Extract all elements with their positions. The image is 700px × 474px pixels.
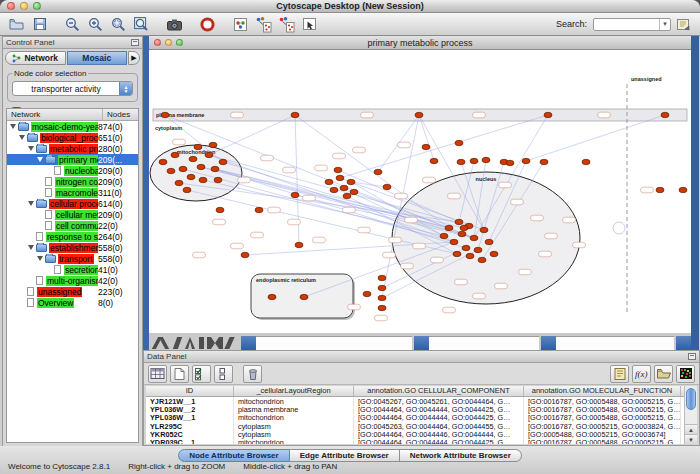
network-node[interactable] (378, 295, 386, 300)
network-node[interactable] (187, 174, 195, 179)
expand-triangle-icon[interactable] (37, 256, 43, 261)
tree-item[interactable]: multi-organism pro42(0) (7, 275, 138, 286)
network-node[interactable] (159, 159, 167, 164)
network-node[interactable] (453, 251, 461, 256)
tree-item[interactable]: response to stimulu264(0) (7, 231, 138, 242)
tree-item[interactable]: transport558(0) (7, 253, 138, 264)
network-node[interactable] (661, 112, 669, 117)
network-node[interactable] (209, 142, 217, 147)
snapshot-icon[interactable] (164, 15, 185, 34)
network-node[interactable] (291, 112, 299, 117)
search-input[interactable]: ▼ (593, 18, 671, 31)
network-node[interactable] (183, 187, 191, 192)
network-node[interactable] (161, 112, 169, 117)
tab-network[interactable]: Network (5, 51, 66, 65)
network-node[interactable] (334, 167, 342, 172)
table-column-header[interactable]: _cellularLayoutRegion (234, 386, 354, 396)
expand-triangle-icon[interactable] (28, 146, 34, 151)
background-window-edge[interactable] (241, 336, 256, 350)
tree-item[interactable]: establishment of lo558(0) (7, 242, 138, 253)
background-window-edge[interactable] (676, 336, 691, 350)
tree-item[interactable]: mosaic-demo-yeast874(0) (7, 121, 138, 132)
network-canvas[interactable]: plasma membranecytoplasmmitochondrionnuc… (149, 50, 691, 333)
zoom-region-icon[interactable] (108, 15, 129, 34)
export-network-icon[interactable] (276, 15, 297, 34)
network-node[interactable] (506, 160, 514, 165)
float-data-panel-icon[interactable] (688, 353, 696, 360)
network-node[interactable] (214, 177, 222, 182)
network-node[interactable] (211, 166, 219, 171)
network-node[interactable] (205, 152, 213, 157)
float-panel-icon[interactable] (131, 39, 139, 46)
network-node[interactable] (255, 207, 263, 212)
network-node[interactable] (179, 166, 187, 171)
network-node[interactable] (216, 207, 224, 212)
network-node[interactable] (485, 239, 493, 244)
network-node[interactable] (295, 242, 303, 247)
zoom-in-icon[interactable] (85, 15, 106, 34)
tree-item[interactable]: unassigned223(0) (7, 286, 138, 297)
network-node[interactable] (336, 175, 344, 180)
scroll-up-icon[interactable]: ▲ (685, 424, 697, 434)
scroll-down-icon[interactable]: ▼ (685, 434, 697, 444)
new-attribute-icon[interactable] (170, 365, 189, 383)
save-icon[interactable] (29, 15, 50, 34)
tree-item[interactable]: cell communicat22(0) (7, 220, 138, 231)
network-node[interactable] (460, 225, 468, 230)
network-node[interactable] (540, 159, 548, 164)
network-node[interactable] (383, 184, 391, 189)
network-node[interactable] (199, 177, 207, 182)
network-node[interactable] (470, 235, 478, 240)
table-column-header[interactable]: ID (146, 386, 234, 396)
network-node[interactable] (522, 158, 530, 163)
tree-item[interactable]: primary metabo209(... (7, 154, 138, 165)
tree-item[interactable]: Overview8(0) (7, 297, 138, 308)
tree-item[interactable]: macromolecule311(0) (7, 187, 138, 198)
network-node[interactable] (347, 179, 355, 184)
tree-item[interactable]: secretion41(0) (7, 264, 138, 275)
network-node[interactable] (378, 305, 386, 310)
tree-item[interactable]: biological_process651(0) (7, 132, 138, 143)
tab-mosaic[interactable]: Mosaic (67, 51, 128, 65)
network-node[interactable] (450, 239, 458, 244)
network-view-titlebar[interactable]: primary metabolic process (149, 36, 691, 50)
network-node[interactable] (457, 159, 465, 164)
network-node[interactable] (430, 158, 438, 163)
network-node[interactable] (679, 187, 687, 192)
background-window-edge[interactable] (541, 336, 556, 350)
node-color-dropdown[interactable]: transporter activity ▲▼ (12, 81, 133, 96)
table-column-header[interactable]: annotation.GO MOLECULAR_FUNCTION (524, 386, 681, 396)
network-node[interactable] (480, 227, 488, 232)
network-node[interactable] (482, 157, 490, 162)
network-node[interactable] (219, 159, 227, 164)
network-node[interactable] (189, 156, 197, 161)
tree-item[interactable]: metabolic process280(0) (7, 143, 138, 154)
network-node[interactable] (440, 233, 448, 238)
background-window-sliver[interactable] (556, 336, 674, 350)
network-node[interactable] (197, 164, 205, 169)
network-node[interactable] (415, 112, 423, 117)
import-table-icon[interactable] (654, 365, 673, 383)
tab-node-attribute-browser[interactable]: Node Attribute Browser (178, 449, 290, 462)
network-node[interactable] (291, 192, 299, 197)
network-node[interactable] (478, 257, 486, 262)
network-node[interactable] (194, 144, 202, 149)
tab-network-attribute-browser[interactable]: Network Attribute Browser (400, 449, 522, 462)
tree-item[interactable]: nitrogen compo209(0) (7, 176, 138, 187)
tree-column-nodes[interactable]: Nodes (103, 109, 130, 120)
network-node[interactable] (470, 158, 478, 163)
tab-overflow-arrow-icon[interactable]: ▶ (128, 51, 140, 65)
import-network-icon[interactable] (253, 15, 274, 34)
network-node[interactable] (378, 275, 386, 280)
network-node[interactable] (378, 285, 386, 290)
network-node[interactable] (167, 168, 175, 173)
search-config-icon[interactable] (673, 15, 694, 34)
network-node[interactable] (466, 253, 474, 258)
network-node[interactable] (175, 180, 183, 185)
network-node[interactable] (268, 294, 276, 299)
expand-triangle-icon[interactable] (28, 245, 34, 250)
network-node[interactable] (422, 144, 430, 149)
network-node[interactable] (458, 231, 466, 236)
table-mode-icon[interactable] (148, 365, 167, 383)
network-node[interactable] (350, 189, 358, 194)
